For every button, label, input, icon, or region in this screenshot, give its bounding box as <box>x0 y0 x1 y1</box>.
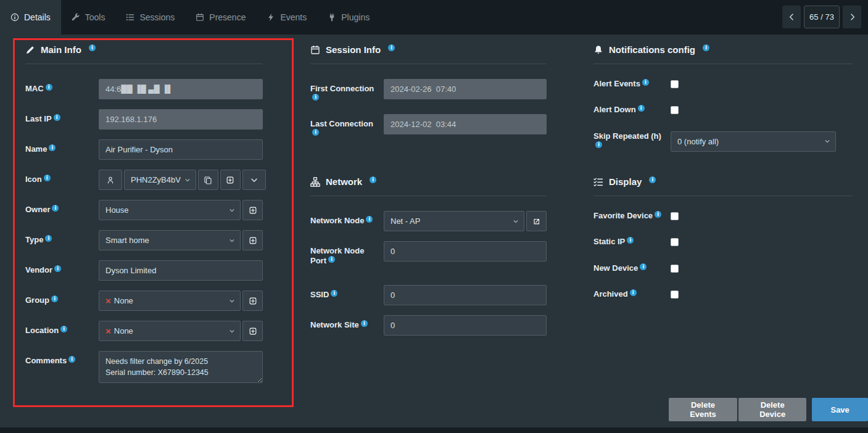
tab-tools[interactable]: Tools <box>61 0 116 35</box>
x-icon: × <box>105 326 111 336</box>
network-node-port-input[interactable] <box>384 241 547 262</box>
info-icon[interactable] <box>366 216 373 223</box>
chevron-down-icon <box>229 207 235 213</box>
new-device-checkbox[interactable] <box>671 265 679 273</box>
icon-label: Icon <box>25 170 99 184</box>
info-icon[interactable] <box>703 44 709 51</box>
display-header: Display <box>593 176 853 187</box>
info-icon[interactable] <box>370 176 376 183</box>
info-icon[interactable] <box>60 326 67 332</box>
info-icon[interactable] <box>312 94 319 101</box>
owner-select[interactable]: House <box>99 200 241 220</box>
static-ip-checkbox[interactable] <box>671 238 679 246</box>
last-connection-input[interactable] <box>384 114 547 134</box>
chevron-down-icon <box>250 176 258 184</box>
info-icon[interactable] <box>638 105 645 112</box>
archived-label: Archived <box>593 289 671 299</box>
info-icon[interactable] <box>68 356 75 363</box>
tab-label: Plugins <box>341 12 370 22</box>
tab-events[interactable]: Events <box>256 0 317 35</box>
type-select[interactable]: Smart home <box>99 230 241 250</box>
tab-details[interactable]: Details <box>0 0 61 35</box>
info-icon[interactable] <box>52 205 59 212</box>
go-to-network-node-button[interactable] <box>526 211 547 231</box>
prev-device-button[interactable] <box>782 6 801 28</box>
chevron-down-icon <box>824 138 830 144</box>
chevron-down-icon <box>229 237 235 244</box>
copy-icon-button[interactable] <box>198 170 218 190</box>
delete-events-button[interactable]: Delete Events <box>669 398 737 421</box>
next-device-button[interactable] <box>843 6 861 28</box>
info-icon[interactable] <box>331 290 337 297</box>
divider <box>310 196 547 196</box>
last-connection-label: Last Connection <box>310 114 384 139</box>
info-icon[interactable] <box>361 320 368 327</box>
info-icon[interactable] <box>46 84 52 91</box>
delete-device-button[interactable]: Delete Device <box>738 398 806 421</box>
info-icon[interactable] <box>51 295 58 302</box>
chevron-left-icon <box>788 13 796 21</box>
section-title: Display <box>609 176 642 187</box>
network-node-select[interactable]: Net - AP <box>384 211 524 231</box>
skip-repeated-select-value: 0 (notify all) <box>677 137 719 146</box>
info-icon[interactable] <box>312 129 319 136</box>
icon-field-row: Icon PHN2ZyB4bV <box>25 170 263 190</box>
vendor-input[interactable] <box>99 260 263 281</box>
footer-actions: Delete Events Delete Device Save <box>669 398 868 421</box>
info-icon[interactable] <box>630 289 637 296</box>
info-icon[interactable] <box>388 44 395 51</box>
save-button[interactable]: Save <box>812 398 868 421</box>
comments-textarea[interactable]: Needs filter change by 6/2025 Serial num… <box>99 351 263 383</box>
network-site-row: Network Site <box>310 315 547 336</box>
info-icon[interactable] <box>649 176 656 183</box>
location-select[interactable]: ×None <box>99 321 241 341</box>
add-group-button[interactable] <box>242 291 263 311</box>
info-icon[interactable] <box>89 44 96 51</box>
wrench-icon <box>72 13 80 22</box>
tab-sessions[interactable]: Sessions <box>115 0 185 35</box>
info-icon[interactable] <box>49 144 56 151</box>
add-location-button[interactable] <box>242 321 263 341</box>
alert-down-checkbox[interactable] <box>671 106 679 114</box>
first-connection-row: First Connection <box>310 79 547 104</box>
info-icon[interactable] <box>640 263 647 270</box>
archived-checkbox[interactable] <box>671 291 679 299</box>
group-select[interactable]: ×None <box>99 291 241 311</box>
tab-presence[interactable]: Presence <box>185 0 256 35</box>
info-icon[interactable] <box>655 211 661 218</box>
section-title: Notifications config <box>609 44 695 55</box>
notifications-section: Notifications config Alert Events Alert … <box>593 44 853 168</box>
info-icon[interactable] <box>627 237 634 244</box>
divider <box>593 64 853 64</box>
icon-select[interactable]: PHN2ZyB4bV <box>124 170 196 190</box>
info-icon[interactable] <box>328 256 335 263</box>
tab-label: Events <box>280 12 307 22</box>
skip-repeated-select[interactable]: 0 (notify all) <box>671 131 836 152</box>
section-title: Network <box>326 176 362 187</box>
add-owner-button[interactable] <box>242 200 263 220</box>
ssid-row: SSID <box>310 285 547 305</box>
network-site-input[interactable] <box>384 315 547 336</box>
alert-events-checkbox[interactable] <box>671 80 679 88</box>
tab-plugins[interactable]: Plugins <box>317 0 380 35</box>
info-icon[interactable] <box>54 114 60 121</box>
favorite-device-checkbox[interactable] <box>671 212 679 220</box>
add-type-button[interactable] <box>242 230 263 250</box>
mac-input[interactable] <box>99 79 263 99</box>
vendor-label: Vendor <box>25 260 99 275</box>
add-icon-button[interactable] <box>220 170 241 190</box>
name-input[interactable] <box>99 139 263 160</box>
info-icon[interactable] <box>642 79 649 86</box>
info-icon[interactable] <box>45 235 52 242</box>
alert-down-row: Alert Down <box>593 105 853 115</box>
sitemap-icon <box>310 177 320 187</box>
icon-preview-button[interactable] <box>99 170 122 190</box>
first-connection-input[interactable] <box>384 79 547 99</box>
ssid-input[interactable] <box>384 285 547 305</box>
device-counter: 65 / 73 <box>804 6 840 28</box>
info-icon[interactable] <box>44 175 51 181</box>
info-icon[interactable] <box>54 265 61 272</box>
last-ip-input[interactable] <box>99 109 263 130</box>
info-icon[interactable] <box>595 141 602 148</box>
expand-icon-list-button[interactable] <box>242 170 266 190</box>
